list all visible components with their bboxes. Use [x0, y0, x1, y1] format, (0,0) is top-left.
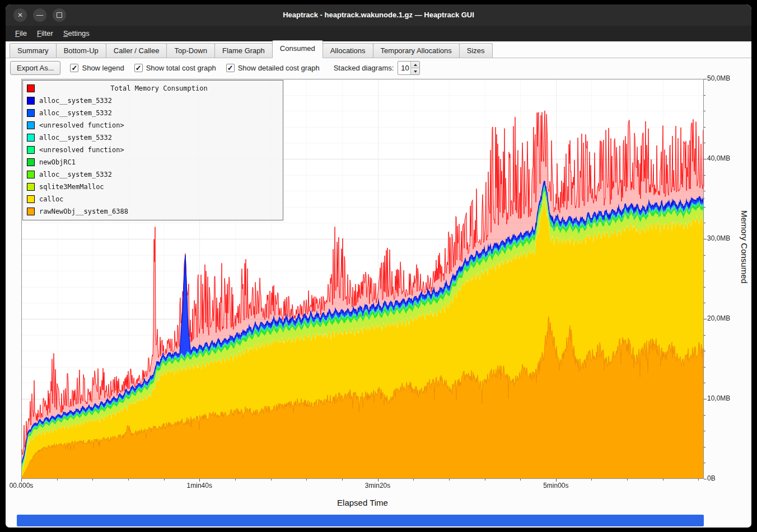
menu-accel: F: [37, 29, 41, 37]
checkbox-show-total-cost-graph[interactable]: ✓Show total cost graph: [134, 64, 216, 72]
minimize-button[interactable]: —: [33, 8, 46, 22]
tab-consumed[interactable]: Consumed: [272, 40, 323, 58]
maximize-icon: [57, 12, 62, 18]
spin-buttons: [410, 62, 419, 74]
checkbox-box[interactable]: ✓: [134, 64, 143, 72]
tab-flame-graph[interactable]: Flame Graph: [214, 43, 273, 58]
checkbox-label: Show legend: [82, 64, 124, 72]
export-as-button[interactable]: Export As...: [10, 61, 60, 75]
minimize-icon: —: [36, 12, 43, 18]
tab-caller-callee[interactable]: Caller / Callee: [106, 43, 167, 58]
tab-sizes[interactable]: Sizes: [459, 43, 493, 58]
memory-chart-canvas[interactable]: [21, 79, 708, 483]
menu-filter[interactable]: Filter: [32, 26, 58, 41]
menu-accel: S: [63, 29, 68, 37]
chart-region: Total Memory Consumptionalloc__system_53…: [6, 4, 751, 528]
y-tick-label: 30,0MB: [707, 234, 730, 242]
spin-up-icon: [414, 64, 417, 66]
window-controls: ✕—: [13, 8, 66, 22]
spin-down-icon: [414, 70, 417, 73]
y-tick-label: 0B: [707, 474, 716, 482]
checkbox-group: ✓Show legend✓Show total cost graph✓Show …: [70, 64, 319, 72]
y-axis-title: Memory Consumed: [737, 79, 749, 479]
close-button[interactable]: ✕: [13, 8, 27, 22]
checkbox-box[interactable]: ✓: [226, 64, 235, 72]
checkbox-box[interactable]: ✓: [70, 64, 78, 72]
stacked-diagrams-spinbox[interactable]: 10: [398, 61, 420, 75]
tab-allocations[interactable]: Allocations: [323, 43, 373, 58]
y-tick-label: 20,0MB: [707, 314, 730, 322]
tab-top-down[interactable]: Top-Down: [166, 43, 215, 58]
tab-bottom-up[interactable]: Bottom-Up: [56, 43, 106, 58]
window-title: Heaptrack - heaptrack.wakunode.1.gz — He…: [73, 4, 684, 26]
tab-temporary-allocations[interactable]: Temporary Allocations: [373, 43, 460, 58]
menubar: FileFilterSettings: [6, 26, 751, 41]
menu-file[interactable]: File: [10, 26, 32, 41]
spin-down-button[interactable]: [411, 68, 419, 74]
stacked-diagrams-group: Stacked diagrams: 10: [334, 61, 420, 75]
spin-up-button[interactable]: [411, 62, 419, 68]
app-window: ✕— Heaptrack - heaptrack.wakunode.1.gz —…: [6, 4, 751, 528]
y-tick-label: 40,0MB: [707, 154, 730, 162]
tab-summary[interactable]: Summary: [10, 43, 57, 58]
menu-accel: F: [15, 29, 20, 37]
checkbox-label: Show total cost graph: [146, 64, 216, 72]
checkbox-label: Show detailed cost graph: [238, 64, 320, 72]
stacked-diagrams-value: 10: [398, 62, 410, 74]
tabbar: SummaryBottom-UpCaller / CalleeTop-DownF…: [6, 41, 751, 58]
timeline-bar[interactable]: [17, 515, 704, 526]
toolbar: Export As... ✓Show legend✓Show total cos…: [6, 59, 751, 77]
menu-settings[interactable]: Settings: [58, 26, 95, 41]
checkbox-show-legend[interactable]: ✓Show legend: [70, 64, 124, 72]
titlebar: ✕— Heaptrack - heaptrack.wakunode.1.gz —…: [6, 4, 751, 26]
x-axis-title: Elapsed Time: [21, 498, 704, 507]
stacked-diagrams-label: Stacked diagrams:: [334, 64, 394, 72]
maximize-button[interactable]: [53, 8, 66, 22]
y-tick-label: 10,0MB: [707, 394, 730, 402]
checkbox-show-detailed-cost-graph[interactable]: ✓Show detailed cost graph: [226, 64, 320, 72]
close-icon: ✕: [17, 12, 23, 18]
